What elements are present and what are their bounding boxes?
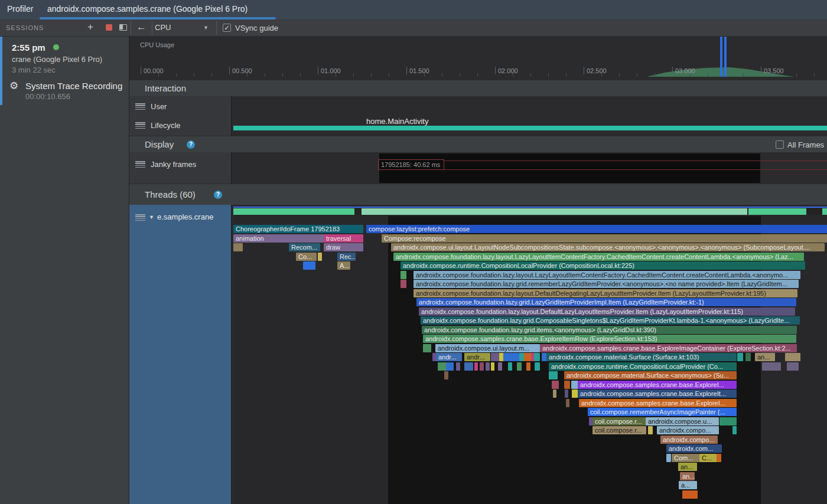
flame-bar[interactable]: androidx.compose.foundation.lazy.grid.La… xyxy=(416,298,796,306)
flame-bar[interactable] xyxy=(517,362,522,371)
janky-frames-label[interactable]: Janky frames xyxy=(151,160,196,169)
flame-bar[interactable]: androidx.compose.foundation.lazy.layout.… xyxy=(419,307,795,316)
flame-bar[interactable] xyxy=(491,362,494,371)
lifecycle-event-bar[interactable] xyxy=(233,126,827,130)
flame-bar[interactable]: androidx.compose.runtime.CompositionLoca… xyxy=(549,362,737,371)
flame-bar[interactable] xyxy=(572,390,578,398)
flame-bar[interactable] xyxy=(553,390,556,398)
flame-bar[interactable]: androidx.compose.samples.crane.base.Expl… xyxy=(578,381,737,389)
flame-bar[interactable] xyxy=(787,362,799,371)
flame-bar[interactable]: androidx.compose.material.Surface (Surfa… xyxy=(546,353,737,361)
flame-bar[interactable] xyxy=(762,362,781,371)
help-icon[interactable]: ? xyxy=(187,140,195,149)
flame-bar[interactable] xyxy=(526,362,530,371)
flame-bar[interactable] xyxy=(401,271,406,279)
flame-bar[interactable]: andr... xyxy=(464,353,490,361)
flame-bar[interactable]: androidx.compose.samples.crane.base.Expl… xyxy=(423,335,796,343)
flame-bar[interactable]: A... xyxy=(337,261,350,270)
flame-bar[interactable] xyxy=(564,381,570,389)
flame-bar[interactable] xyxy=(474,362,478,371)
user-track-label[interactable]: User xyxy=(151,102,167,111)
selection-spike-bar[interactable] xyxy=(720,37,722,77)
help-icon[interactable]: ? xyxy=(214,191,222,199)
drag-handle-icon[interactable] xyxy=(135,214,145,221)
flame-bar[interactable]: androidx.compo... xyxy=(657,426,719,434)
cpu-timeline[interactable]: CPU Usage 00.00000.50001.00001.50002.000… xyxy=(129,37,827,80)
flame-bar[interactable]: androidx.com... xyxy=(666,444,722,453)
flame-bar[interactable] xyxy=(719,417,727,426)
flame-bar[interactable]: androidx.compose.u... xyxy=(646,417,719,426)
recording-title[interactable]: System Trace Recording xyxy=(25,81,122,91)
flame-bar[interactable] xyxy=(438,362,442,371)
selection-spike-bar[interactable] xyxy=(724,37,727,77)
flame-bar[interactable]: androidx.compose.ui.layout.m... xyxy=(435,344,540,352)
flame-bar[interactable] xyxy=(565,390,568,398)
flame-bar[interactable] xyxy=(486,362,490,371)
flame-bar[interactable]: andr... xyxy=(436,353,462,361)
flame-bar[interactable]: androidx.compose.foundation.lazy.grid.it… xyxy=(422,326,797,334)
flame-bar[interactable]: traversal xyxy=(324,234,363,243)
flame-bar[interactable]: androidx.compose.samples.crane.base.Expl… xyxy=(540,344,797,352)
flame-bar[interactable]: androidx.compose.foundation.lazy.grid.Co… xyxy=(421,316,800,325)
flame-bar[interactable]: animation xyxy=(233,234,325,243)
thread-flame-chart[interactable]: Choreographer#doFrame 17952183compose:la… xyxy=(233,205,827,504)
flame-bar[interactable]: an... xyxy=(680,472,695,480)
flame-bar[interactable]: Rec... xyxy=(337,253,356,261)
flame-bar[interactable]: coil.compose.r... xyxy=(592,426,646,434)
flame-bar[interactable] xyxy=(535,362,540,371)
flame-bar[interactable] xyxy=(508,362,512,371)
flame-bar[interactable] xyxy=(542,353,546,361)
flame-bar[interactable]: coil.compose.rememberAsyncImagePainter (… xyxy=(588,408,737,416)
flame-bar[interactable] xyxy=(648,426,653,434)
thread-row-label[interactable]: ▼ e.samples.crane xyxy=(129,205,232,504)
flame-bar[interactable]: coil.compose.r... xyxy=(592,417,646,426)
flame-bar[interactable]: Compose:recompose xyxy=(382,234,827,243)
flame-bar[interactable]: Recom... xyxy=(289,243,320,251)
flame-bar[interactable]: C... xyxy=(699,454,718,462)
flame-bar[interactable] xyxy=(745,353,751,361)
flame-bar[interactable] xyxy=(549,371,558,379)
flame-bar[interactable] xyxy=(785,353,800,361)
flame-bar[interactable]: Com... xyxy=(672,454,699,462)
flame-bar[interactable] xyxy=(566,399,569,407)
flame-bar[interactable] xyxy=(737,353,743,361)
flame-bar[interactable]: androidx.compose.material.Surface.<anony… xyxy=(564,371,737,379)
flame-bar[interactable] xyxy=(503,353,520,361)
flame-bar[interactable] xyxy=(464,362,473,371)
flame-bar[interactable]: androidx.compose.samples.crane.base.Expl… xyxy=(578,390,737,398)
flame-bar[interactable]: androidx.compose.foundation.lazy.layout.… xyxy=(414,271,800,279)
flame-bar[interactable] xyxy=(727,417,737,426)
all-frames-checkbox[interactable] xyxy=(776,140,784,149)
flame-bar[interactable]: compose:lazylist:prefetch:compose xyxy=(366,225,827,233)
session-time[interactable]: 2:55 pm xyxy=(12,42,45,53)
session-tab[interactable]: androidx.compose.samples.crane (Google P… xyxy=(47,4,248,14)
flame-bar[interactable] xyxy=(693,490,698,499)
flame-bar[interactable]: an... xyxy=(678,463,697,471)
flame-bar[interactable]: androidx.compose.foundation.lazy.layout.… xyxy=(414,289,797,297)
flame-bar[interactable] xyxy=(303,261,315,270)
flame-bar[interactable] xyxy=(401,280,406,288)
flame-bar[interactable] xyxy=(233,243,243,251)
flame-bar[interactable] xyxy=(666,454,671,462)
flame-bar[interactable]: an... xyxy=(755,353,775,361)
flame-bar[interactable]: androidx.compose.foundation.lazy.grid.re… xyxy=(414,280,799,288)
collapse-panel-icon[interactable] xyxy=(119,24,127,31)
back-button[interactable]: ← xyxy=(136,21,146,33)
flame-bar[interactable]: draw xyxy=(324,243,363,251)
collapse-thread-icon[interactable]: ▼ xyxy=(149,214,154,220)
drag-handle-icon[interactable] xyxy=(135,122,145,129)
flame-bar[interactable]: androidx.compose.foundation.lazy.layout.… xyxy=(393,253,804,261)
flame-bar[interactable] xyxy=(318,253,322,261)
flame-bar[interactable] xyxy=(498,362,502,371)
flame-bar[interactable] xyxy=(456,362,460,371)
flame-bar[interactable] xyxy=(480,362,484,371)
flame-bar[interactable]: androidx.compose.samples.crane.base.Expl… xyxy=(579,399,737,407)
flame-bar[interactable]: androidx.compo... xyxy=(660,436,718,444)
janky-frame-bar[interactable]: 17952185: 40.62 ms xyxy=(378,159,444,170)
flame-bar[interactable] xyxy=(732,426,737,434)
add-session-button[interactable]: + xyxy=(87,21,93,33)
drag-handle-icon[interactable] xyxy=(135,161,145,168)
flame-bar[interactable] xyxy=(717,454,721,462)
flame-bar[interactable]: a... xyxy=(679,481,697,489)
flame-bar[interactable]: androidx.compose.runtime.CompositionLoca… xyxy=(401,261,805,270)
